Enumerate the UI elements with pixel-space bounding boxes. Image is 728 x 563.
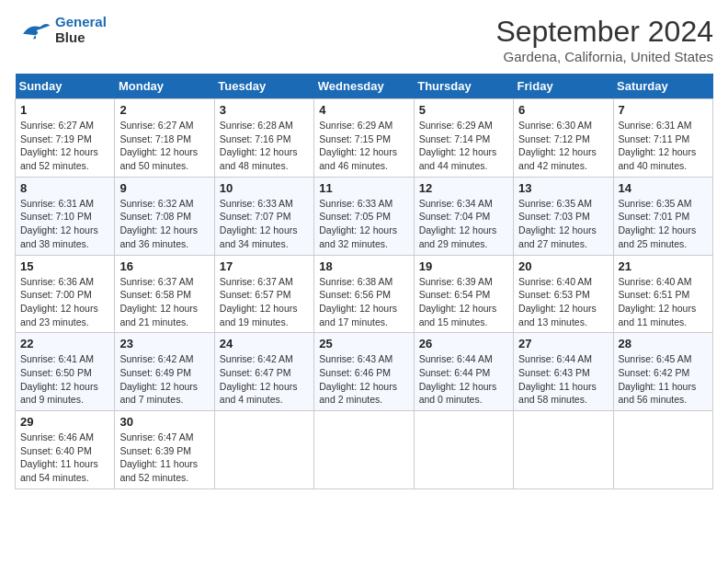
day-info: Sunrise: 6:31 AM Sunset: 7:10 PM Dayligh… — [20, 197, 109, 251]
calendar-day-cell — [414, 411, 513, 489]
logo-general: General — [55, 14, 107, 29]
day-number: 15 — [20, 259, 109, 273]
calendar-day-cell: 1Sunrise: 6:27 AM Sunset: 7:19 PM Daylig… — [16, 99, 115, 178]
day-info: Sunrise: 6:29 AM Sunset: 7:14 PM Dayligh… — [419, 119, 508, 173]
calendar-table: SundayMondayTuesdayWednesdayThursdayFrid… — [15, 74, 713, 489]
day-info: Sunrise: 6:41 AM Sunset: 6:50 PM Dayligh… — [20, 352, 109, 407]
calendar-day-cell: 9Sunrise: 6:32 AM Sunset: 7:08 PM Daylig… — [115, 177, 214, 255]
calendar-day-cell: 2Sunrise: 6:27 AM Sunset: 7:18 PM Daylig… — [115, 99, 214, 178]
day-number: 16 — [119, 259, 209, 273]
title-block: September 2024 Gardena, California, Unit… — [495, 15, 713, 64]
calendar-day-cell: 18Sunrise: 6:38 AM Sunset: 6:56 PM Dayli… — [314, 255, 414, 333]
calendar-day-cell: 21Sunrise: 6:40 AM Sunset: 6:51 PM Dayli… — [613, 255, 712, 333]
day-number: 23 — [119, 337, 209, 350]
calendar-day-cell: 14Sunrise: 6:35 AM Sunset: 7:01 PM Dayli… — [613, 177, 712, 255]
day-info: Sunrise: 6:46 AM Sunset: 6:40 PM Dayligh… — [20, 431, 109, 485]
calendar-week-row: 22Sunrise: 6:41 AM Sunset: 6:50 PM Dayli… — [16, 333, 713, 411]
day-number: 28 — [619, 337, 708, 350]
calendar-day-cell: 11Sunrise: 6:33 AM Sunset: 7:05 PM Dayli… — [314, 177, 414, 255]
calendar-day-cell: 16Sunrise: 6:37 AM Sunset: 6:58 PM Dayli… — [115, 255, 214, 333]
day-number: 9 — [119, 181, 209, 195]
day-info: Sunrise: 6:44 AM Sunset: 6:44 PM Dayligh… — [419, 352, 508, 407]
calendar-day-cell: 8Sunrise: 6:31 AM Sunset: 7:10 PM Daylig… — [16, 177, 115, 255]
page-subtitle: Gardena, California, United States — [495, 49, 713, 64]
day-number: 7 — [619, 103, 708, 117]
day-number: 22 — [20, 337, 109, 350]
day-info: Sunrise: 6:40 AM Sunset: 6:51 PM Dayligh… — [619, 275, 708, 329]
day-of-week-header: Thursday — [414, 74, 513, 99]
day-info: Sunrise: 6:37 AM Sunset: 6:58 PM Dayligh… — [119, 275, 209, 329]
calendar-day-cell: 13Sunrise: 6:35 AM Sunset: 7:03 PM Dayli… — [514, 177, 613, 255]
day-info: Sunrise: 6:36 AM Sunset: 7:00 PM Dayligh… — [20, 275, 109, 329]
calendar-body: 1Sunrise: 6:27 AM Sunset: 7:19 PM Daylig… — [16, 99, 713, 489]
day-number: 18 — [319, 259, 408, 273]
day-of-week-header: Friday — [514, 74, 613, 99]
day-info: Sunrise: 6:42 AM Sunset: 6:49 PM Dayligh… — [119, 352, 209, 407]
calendar-day-cell: 17Sunrise: 6:37 AM Sunset: 6:57 PM Dayli… — [214, 255, 313, 333]
day-number: 20 — [518, 259, 608, 273]
calendar-day-cell: 20Sunrise: 6:40 AM Sunset: 6:53 PM Dayli… — [514, 255, 613, 333]
day-info: Sunrise: 6:27 AM Sunset: 7:19 PM Dayligh… — [20, 119, 109, 173]
day-info: Sunrise: 6:39 AM Sunset: 6:54 PM Dayligh… — [419, 275, 508, 329]
calendar-day-cell — [214, 411, 313, 489]
day-info: Sunrise: 6:32 AM Sunset: 7:08 PM Dayligh… — [119, 197, 209, 251]
day-of-week-header: Monday — [115, 74, 214, 99]
calendar-day-cell: 23Sunrise: 6:42 AM Sunset: 6:49 PM Dayli… — [115, 333, 214, 411]
page-header: General Blue September 2024 Gardena, Cal… — [15, 15, 713, 64]
day-info: Sunrise: 6:34 AM Sunset: 7:04 PM Dayligh… — [419, 197, 508, 251]
day-info: Sunrise: 6:44 AM Sunset: 6:43 PM Dayligh… — [518, 352, 608, 407]
day-info: Sunrise: 6:33 AM Sunset: 7:05 PM Dayligh… — [319, 197, 408, 251]
day-info: Sunrise: 6:33 AM Sunset: 7:07 PM Dayligh… — [220, 197, 309, 251]
day-info: Sunrise: 6:35 AM Sunset: 7:03 PM Dayligh… — [518, 197, 608, 251]
day-number: 17 — [220, 259, 309, 273]
calendar-header: SundayMondayTuesdayWednesdayThursdayFrid… — [16, 74, 713, 99]
calendar-day-cell: 26Sunrise: 6:44 AM Sunset: 6:44 PM Dayli… — [414, 333, 513, 411]
calendar-day-cell: 19Sunrise: 6:39 AM Sunset: 6:54 PM Dayli… — [414, 255, 513, 333]
calendar-week-row: 8Sunrise: 6:31 AM Sunset: 7:10 PM Daylig… — [16, 177, 713, 255]
day-number: 6 — [518, 103, 608, 117]
day-number: 24 — [220, 337, 309, 350]
day-info: Sunrise: 6:27 AM Sunset: 7:18 PM Dayligh… — [119, 119, 209, 173]
day-info: Sunrise: 6:45 AM Sunset: 6:42 PM Dayligh… — [619, 352, 708, 407]
calendar-day-cell — [514, 411, 613, 489]
calendar-day-cell: 24Sunrise: 6:42 AM Sunset: 6:47 PM Dayli… — [214, 333, 313, 411]
calendar-day-cell: 4Sunrise: 6:29 AM Sunset: 7:15 PM Daylig… — [314, 99, 414, 178]
day-info: Sunrise: 6:29 AM Sunset: 7:15 PM Dayligh… — [319, 119, 408, 173]
logo-blue: Blue — [55, 29, 85, 45]
calendar-day-cell: 15Sunrise: 6:36 AM Sunset: 7:00 PM Dayli… — [16, 255, 115, 333]
day-number: 2 — [119, 103, 209, 117]
day-number: 21 — [619, 259, 708, 273]
day-info: Sunrise: 6:28 AM Sunset: 7:16 PM Dayligh… — [220, 119, 309, 173]
day-number: 29 — [20, 415, 109, 429]
day-number: 30 — [119, 415, 209, 429]
day-number: 3 — [220, 103, 309, 117]
day-number: 1 — [20, 103, 109, 117]
day-info: Sunrise: 6:42 AM Sunset: 6:47 PM Dayligh… — [220, 352, 309, 407]
calendar-day-cell: 22Sunrise: 6:41 AM Sunset: 6:50 PM Dayli… — [16, 333, 115, 411]
calendar-day-cell: 12Sunrise: 6:34 AM Sunset: 7:04 PM Dayli… — [414, 177, 513, 255]
day-of-week-header: Wednesday — [314, 74, 414, 99]
day-number: 13 — [518, 181, 608, 195]
day-info: Sunrise: 6:30 AM Sunset: 7:12 PM Dayligh… — [518, 119, 608, 173]
day-number: 5 — [419, 103, 508, 117]
calendar-day-cell — [613, 411, 712, 489]
page-title: September 2024 — [495, 15, 713, 49]
day-number: 19 — [419, 259, 508, 273]
day-of-week-header: Tuesday — [214, 74, 313, 99]
calendar-week-row: 15Sunrise: 6:36 AM Sunset: 7:00 PM Dayli… — [16, 255, 713, 333]
day-info: Sunrise: 6:38 AM Sunset: 6:56 PM Dayligh… — [319, 275, 408, 329]
day-number: 27 — [518, 337, 608, 350]
calendar-day-cell: 5Sunrise: 6:29 AM Sunset: 7:14 PM Daylig… — [414, 99, 513, 178]
day-info: Sunrise: 6:37 AM Sunset: 6:57 PM Dayligh… — [220, 275, 309, 329]
day-info: Sunrise: 6:40 AM Sunset: 6:53 PM Dayligh… — [518, 275, 608, 329]
calendar-day-cell: 7Sunrise: 6:31 AM Sunset: 7:11 PM Daylig… — [613, 99, 712, 178]
day-info: Sunrise: 6:43 AM Sunset: 6:46 PM Dayligh… — [319, 352, 408, 407]
day-number: 25 — [319, 337, 408, 350]
day-info: Sunrise: 6:35 AM Sunset: 7:01 PM Dayligh… — [619, 197, 708, 251]
calendar-day-cell: 3Sunrise: 6:28 AM Sunset: 7:16 PM Daylig… — [214, 99, 313, 178]
calendar-day-cell: 10Sunrise: 6:33 AM Sunset: 7:07 PM Dayli… — [214, 177, 313, 255]
day-number: 8 — [20, 181, 109, 195]
logo: General Blue — [15, 15, 107, 45]
day-of-week-header: Sunday — [16, 74, 115, 99]
day-number: 12 — [419, 181, 508, 195]
